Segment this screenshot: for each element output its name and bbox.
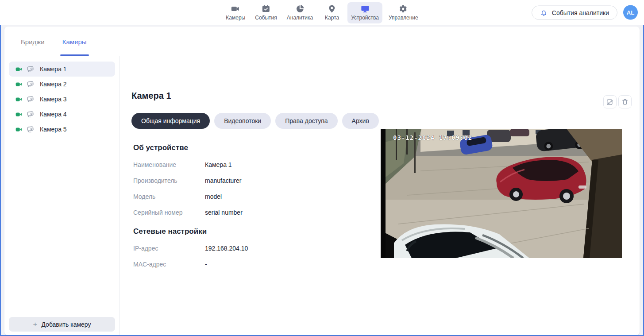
page-title: Камера 1: [131, 91, 171, 101]
snapshot-timestamp: 03-12-2024 17:09:02: [393, 134, 472, 141]
nav-label: Карта: [325, 15, 339, 21]
gear-icon: [399, 4, 408, 13]
field-value: model: [205, 192, 222, 201]
field-value: -: [205, 259, 207, 269]
camera-name: Камера 1: [40, 66, 67, 73]
delete-camera-button[interactable]: [618, 95, 632, 108]
section-title: Об устройстве: [133, 143, 372, 152]
camera-online-status-icon: [15, 97, 22, 102]
camera-snapshot-image: 03-12-2024 17:09:02: [381, 129, 622, 258]
camera-name: Камера 4: [40, 111, 67, 118]
nav-item-map[interactable]: Карта: [319, 2, 345, 23]
app-window: Камеры События Аналитика: [0, 0, 644, 336]
camera-list-item-2[interactable]: Камера 2: [9, 77, 115, 92]
field-row: Модель model: [133, 192, 372, 201]
add-camera-button[interactable]: + Добавить камеру: [9, 317, 115, 332]
field-label: MAC-адрес: [133, 259, 205, 269]
top-header: Камеры События Аналитика: [0, 0, 644, 25]
camera-name: Камера 2: [40, 81, 67, 88]
analytics-events-button[interactable]: События аналитики: [532, 5, 617, 19]
field-value: serial number: [205, 208, 243, 217]
field-label: Модель: [133, 192, 205, 201]
video-camera-icon: [231, 4, 240, 13]
field-row: Производитель manufacturer: [133, 176, 372, 185]
tabs-divider: [13, 56, 631, 56]
cctv-camera-icon: [27, 66, 35, 73]
field-value: Камера 1: [205, 160, 232, 170]
field-row: IP-адрес 192.168.204.10: [133, 243, 372, 253]
field-label: Наименование: [133, 160, 205, 170]
edit-camera-button[interactable]: [603, 95, 617, 108]
nav-label: Аналитика: [287, 15, 313, 21]
field-row: Наименование Камера 1: [133, 160, 372, 170]
camera-online-status-icon: [15, 82, 22, 87]
cctv-camera-icon: [27, 81, 35, 88]
cctv-camera-icon: [27, 111, 35, 118]
section-about-device: Об устройстве Наименование Камера 1 Прои…: [133, 143, 372, 217]
nav-item-analytics[interactable]: Аналитика: [283, 2, 316, 23]
nav-item-management[interactable]: Управление: [385, 2, 422, 23]
nav-label: Камеры: [226, 15, 245, 21]
nav-item-devices[interactable]: Устройства: [347, 2, 382, 23]
camera-name: Камера 5: [40, 126, 67, 133]
nav-item-cameras[interactable]: Камеры: [222, 2, 249, 23]
detail-sections: Об устройстве Наименование Камера 1 Прои…: [133, 143, 372, 279]
field-label: Производитель: [133, 176, 205, 185]
avatar-initials: AL: [627, 9, 634, 16]
field-value: 192.168.204.10: [205, 243, 248, 253]
header-right: События аналитики AL: [532, 5, 638, 20]
field-value: manufacturer: [205, 176, 241, 185]
main-nav: Камеры События Аналитика: [222, 0, 421, 25]
camera-list-item-3[interactable]: Камера 3: [9, 92, 115, 107]
plus-icon: +: [33, 321, 38, 328]
field-label: IP-адрес: [133, 243, 205, 253]
trash-icon: [621, 98, 629, 105]
add-camera-label: Добавить камеру: [41, 321, 91, 328]
pill-video-streams[interactable]: Видеопотоки: [214, 113, 271, 129]
camera-list-item-4[interactable]: Камера 4: [9, 107, 115, 122]
camera-list-item-5[interactable]: Камера 5: [9, 122, 115, 137]
pie-chart-icon: [295, 4, 304, 13]
section-title: Сетевые настройки: [133, 227, 372, 236]
bell-icon: [540, 8, 548, 16]
monitor-icon: [361, 4, 370, 13]
field-label: Серийный номер: [133, 208, 205, 217]
device-type-tabs: Бриджи Камеры: [20, 27, 88, 56]
analytics-events-label: События аналитики: [552, 9, 609, 16]
nav-label: Управление: [389, 15, 418, 21]
field-row: MAC-адрес -: [133, 259, 372, 269]
detail-actions: [603, 95, 632, 108]
camera-list: Камера 1 Камера 2 Камера 3 Камера 4: [9, 62, 115, 137]
cctv-camera-icon: [27, 96, 35, 103]
nav-label: Устройства: [351, 15, 379, 21]
calendar-check-icon: [262, 4, 270, 13]
field-row: Серийный номер serial number: [133, 208, 372, 217]
camera-online-status-icon: [15, 67, 22, 72]
camera-online-status-icon: [15, 112, 22, 117]
nav-label: События: [255, 15, 277, 21]
tab-cameras[interactable]: Камеры: [62, 27, 88, 56]
detail-tabs: Общая информация Видеопотоки Права досту…: [131, 113, 379, 129]
map-pin-icon: [328, 4, 336, 13]
pill-access-rights[interactable]: Права доступа: [275, 113, 337, 129]
edit-icon: [606, 98, 613, 105]
section-network-settings: Сетевые настройки IP-адрес 192.168.204.1…: [133, 227, 372, 269]
camera-list-item-1[interactable]: Камера 1: [9, 62, 115, 77]
camera-snapshot: 03-12-2024 17:09:02: [381, 129, 622, 258]
camera-online-status-icon: [15, 127, 22, 132]
pill-archive[interactable]: Архив: [342, 113, 379, 129]
pill-general-info[interactable]: Общая информация: [131, 113, 210, 129]
cctv-camera-icon: [27, 126, 35, 133]
sidebar-divider: [120, 56, 120, 335]
nav-item-events[interactable]: События: [251, 2, 281, 23]
tab-bridges[interactable]: Бриджи: [20, 27, 46, 56]
user-avatar[interactable]: AL: [623, 5, 638, 20]
camera-name: Камера 3: [40, 96, 67, 103]
content-card: Бриджи Камеры Камера 1 Камера 2 Камера 3: [4, 27, 640, 335]
